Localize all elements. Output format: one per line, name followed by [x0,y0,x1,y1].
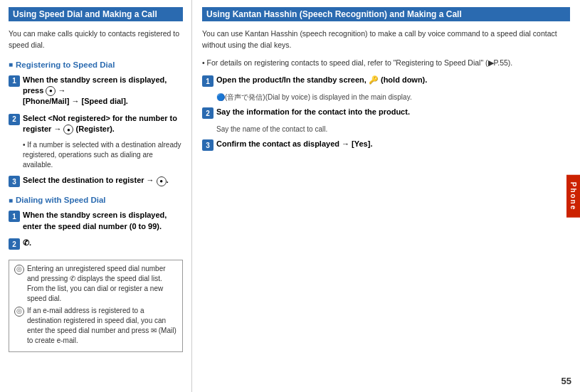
page-number: 55 [561,376,571,386]
register-step-1: 1 When the standby screen is displayed, … [9,75,183,107]
right-step-1-subnote: 🔵(音声で発信)(Dial by voice) is displayed in … [202,92,570,102]
step-num-1: 1 [9,75,20,87]
right-intro: You can use Kantan Hasshin (speech recog… [202,28,570,51]
right-section-title: Using Kantan Hasshin (Speech Recognition… [202,7,570,21]
register-step-3-text: Select the destination to register → ●. [23,175,169,186]
note-icon-2: ◎ [14,307,24,317]
right-step-2-subnote: Say the name of the contact to call. [202,125,570,134]
left-panel: Using Speed Dial and Making a Call You c… [0,0,192,392]
dial-step-1: 1 When the standby screen is displayed, … [9,210,183,232]
right-step-1: 1 Open the product/In the standby screen… [202,75,570,87]
right-step-num-3: 3 [202,139,213,151]
note-text-2: If an e-mail address is registered to a … [27,306,177,346]
right-step-num-2: 2 [202,107,213,119]
dial-step-1-text: When the standby screen is displayed, en… [23,210,183,232]
dialing-title: Dialing with Speed Dial [9,196,183,204]
note-row-2: ◎ If an e-mail address is registered to … [14,306,177,346]
right-step-num-1: 1 [202,75,213,87]
register-step-2-text: Select <Not registered> for the number t… [23,113,183,135]
right-step-1-text: Open the product/In the standby screen, … [216,75,427,85]
register-step-3: 3 Select the destination to register → ●… [9,175,183,187]
left-section-title: Using Speed Dial and Making a Call [9,7,183,21]
left-intro: You can make calls quickly to contacts r… [9,28,183,51]
right-step-2: 2 Say the information for the contact in… [202,107,570,119]
register-step-2: 2 Select <Not registered> for the number… [9,113,183,135]
step-num-3: 3 [9,176,20,187]
notes-box: ◎ Entering an unregistered speed dial nu… [9,260,183,352]
note-icon-1: ◎ [14,265,24,275]
dial-step-2: 2 ✆. [9,238,183,250]
registering-title: Registering to Speed Dial [9,60,183,69]
phone-tab: Phone [566,174,580,218]
dial-step-2-text: ✆. [23,238,31,248]
register-step-2-bullet: If a number is selected with a destinati… [9,140,183,170]
dial-step-num-1: 1 [9,211,20,222]
dial-step-num-2: 2 [9,238,20,250]
right-panel: Using Kantan Hasshin (Speech Recognition… [192,0,580,392]
register-step-1-text: When the standby screen is displayed, pr… [23,75,183,107]
step-num-2: 2 [9,114,20,125]
note-text-1: Entering an unregistered speed dial numb… [27,264,177,304]
right-bullet: • For details on registering contacts to… [202,58,570,69]
right-step-2-text: Say the information for the contact into… [216,107,410,117]
right-step-3-text: Confirm the contact as displayed → [Yes]… [216,139,372,149]
note-row-1: ◎ Entering an unregistered speed dial nu… [14,264,177,304]
right-step-3: 3 Confirm the contact as displayed → [Ye… [202,139,570,151]
